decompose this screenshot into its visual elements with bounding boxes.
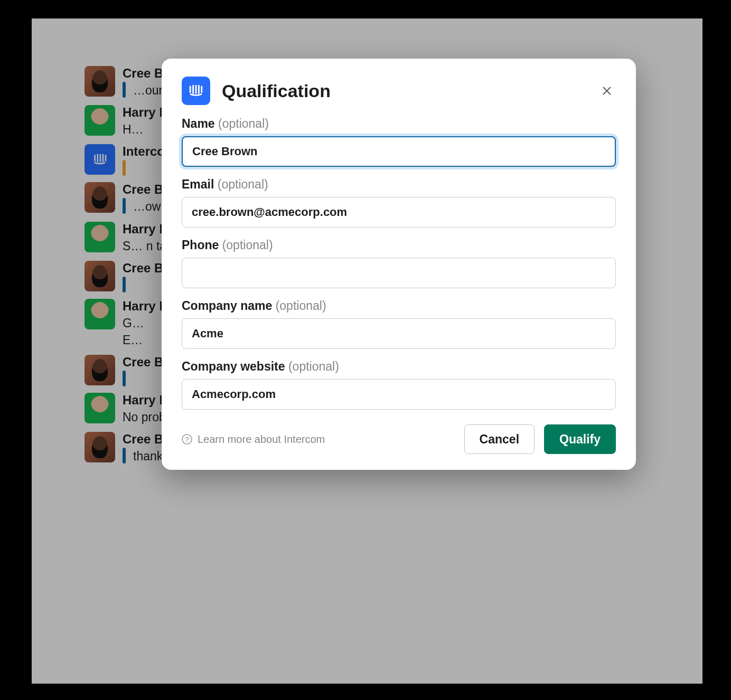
field-phone: Phone (optional) [182,238,616,288]
company-input[interactable] [182,318,616,349]
quote-bar [123,160,126,176]
email-input[interactable] [182,197,616,228]
message-text-content: …our [133,82,163,99]
avatar [85,222,115,252]
modal-footer: ? Learn more about Intercom Cancel Quali… [182,424,616,454]
close-icon [601,85,613,97]
modal-title: Qualification [222,81,586,101]
quote-bar [123,82,126,98]
avatar [85,182,115,213]
field-name-label: Name (optional) [182,117,616,131]
avatar [85,105,115,136]
app-frame: Cree BrownAPP…ourHarry BooneH…IntercomAP… [32,18,702,684]
qualify-button[interactable]: Qualify [544,424,616,454]
field-phone-label: Phone (optional) [182,238,616,252]
quote-bar [123,198,126,214]
avatar [85,393,115,423]
field-company-label: Company name (optional) [182,299,616,313]
qualification-modal: Qualification Name (optional) Email (opt… [162,59,636,470]
name-input[interactable] [182,136,616,167]
message-text-content: H… [123,122,144,136]
avatar [85,66,115,97]
field-company: Company name (optional) [182,299,616,349]
close-button[interactable] [598,82,616,100]
avatar [85,261,115,291]
intercom-icon [182,77,210,105]
avatar [85,144,115,175]
quote-bar [123,371,126,386]
field-name: Name (optional) [182,117,616,167]
field-website: Company website (optional) [182,360,616,410]
avatar [85,355,115,385]
quote-bar [123,277,126,292]
message-text-content: G… E… [123,316,144,347]
avatar [85,299,115,329]
field-email-label: Email (optional) [182,177,616,192]
avatar [85,432,115,462]
cancel-button[interactable]: Cancel [464,424,535,454]
help-icon: ? [182,434,192,444]
phone-input[interactable] [182,258,616,288]
field-email: Email (optional) [182,177,616,228]
intercom-icon [91,150,109,168]
modal-header: Qualification [182,77,616,105]
quote-bar [123,448,126,463]
field-website-label: Company website (optional) [182,360,616,374]
website-input[interactable] [182,379,616,410]
learn-more-link[interactable]: ? Learn more about Intercom [182,433,325,446]
